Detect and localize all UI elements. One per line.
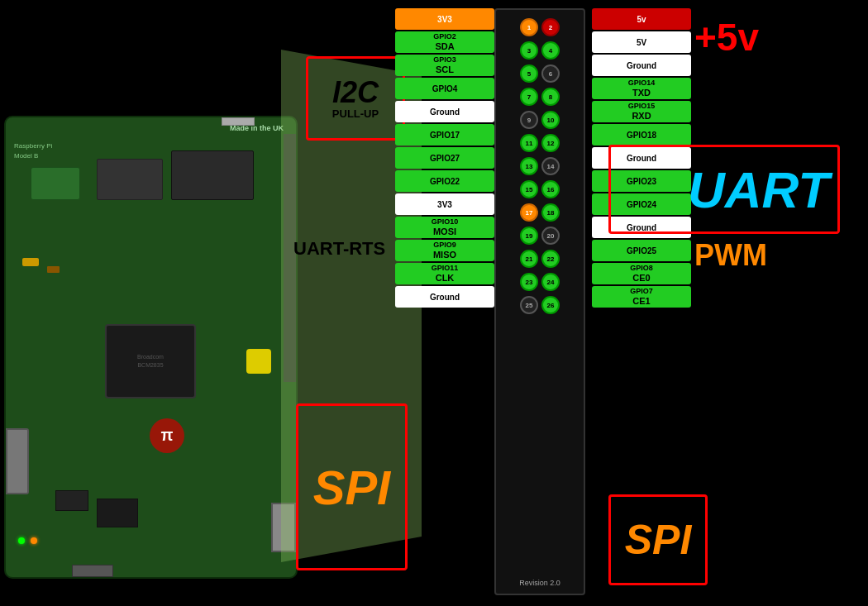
- pin-14: 14: [541, 157, 560, 175]
- pin-row-13: 25 26: [520, 294, 560, 316]
- pin-gpio17: GPIO17: [395, 124, 494, 146]
- pin-row-9: 17 18: [520, 202, 560, 223]
- pin-12: 12: [541, 134, 560, 152]
- pin-ground-2: Ground: [395, 286, 494, 308]
- pin-16: 16: [541, 180, 560, 198]
- spi-title-left: SPI: [313, 460, 391, 515]
- pin-row-4: 7 8: [520, 86, 560, 107]
- pin-5: 5: [520, 64, 538, 83]
- pin-gpio4: GPIO4: [395, 78, 494, 99]
- pin-row-3: 5 6: [520, 63, 560, 84]
- pin-row-8: 15 16: [520, 179, 560, 200]
- pin-gpio18: GPIO18: [592, 124, 691, 146]
- pin-7: 7: [520, 88, 538, 106]
- pin-17: 17: [520, 203, 538, 222]
- pin-4: 4: [541, 41, 560, 60]
- pin-row-5: 9 10: [520, 109, 560, 131]
- i2c-subtitle: PULL-UP: [332, 107, 379, 120]
- pin-18: 18: [541, 203, 560, 222]
- pin-row-6: 11 12: [520, 132, 560, 154]
- pin-6: 6: [541, 64, 560, 83]
- pin-gpio8: GPIO8 CE0: [592, 263, 691, 284]
- uart-box: UART: [608, 145, 840, 234]
- pin-gpio22: GPIO22: [395, 170, 494, 192]
- left-gpio-labels: 3V3 GPIO2 SDA GPIO3 SCL GPIO4 Ground GPI…: [395, 8, 494, 308]
- pin-25: 25: [520, 296, 538, 314]
- pin-10: 10: [541, 111, 560, 129]
- raspberry-pi-board: Made in the UK π BroadcomBCM2835 Raspber…: [4, 116, 298, 579]
- pin-15: 15: [520, 180, 538, 198]
- pin-8: 8: [541, 88, 560, 106]
- pin-gpio14: GPIO14 TXD: [592, 78, 691, 99]
- pin-9: 9: [520, 111, 538, 129]
- gnd-label: GND: [694, 103, 779, 148]
- revision-text: Revision 2.0: [519, 579, 560, 587]
- svg-text:π: π: [160, 426, 173, 444]
- pin-5v-2: 5V: [592, 31, 691, 53]
- pin-row-11: 21 22: [520, 248, 560, 270]
- pin-row-10: 19 20: [520, 225, 560, 246]
- pin-24: 24: [541, 273, 560, 291]
- pin-3v3-2: 3V3: [395, 193, 494, 215]
- pwm-label: PWM: [694, 238, 767, 273]
- pin-23: 23: [520, 273, 538, 291]
- pin-row-2: 3 4: [520, 40, 560, 61]
- pin-1: 1: [520, 18, 538, 36]
- spi-box-right: SPI: [608, 494, 708, 585]
- gpio-pin-strip: 1 2 3 4 5 6 7 8 9 10 11 12 13 14 15 16 1…: [494, 8, 585, 595]
- pin-gpio15: GPIO15 RXD: [592, 101, 691, 122]
- pin-3: 3: [520, 41, 538, 60]
- pin-gpio2: GPIO2 SDA: [395, 31, 494, 53]
- spi-title-right: SPI: [625, 516, 692, 564]
- uart-rts-label: UART-RTS: [293, 238, 385, 260]
- pin-gpio11: GPIO11 CLK: [395, 263, 494, 284]
- pin-ground-right-1: Ground: [592, 55, 691, 76]
- spi-box-left: SPI: [296, 403, 408, 570]
- pin-row-7: 13 14: [520, 155, 560, 177]
- pin-row-1: 1 2: [520, 17, 560, 38]
- raspberry-pi-logo: π: [138, 407, 196, 465]
- pin-19: 19: [520, 227, 538, 245]
- pin-22: 22: [541, 250, 560, 268]
- pin-gpio7: GPIO7 CE1: [592, 286, 691, 308]
- pin-gpio3: GPIO3 SCL: [395, 55, 494, 76]
- i2c-box: I2C PULL-UP: [306, 56, 405, 141]
- pin-ground-1: Ground: [395, 101, 494, 122]
- pin-21: 21: [520, 250, 538, 268]
- pin-11: 11: [520, 134, 538, 152]
- pin-3v3-left: 3V3: [395, 8, 494, 30]
- pin-20: 20: [541, 227, 560, 245]
- pin-26: 26: [541, 296, 560, 314]
- i2c-title: I2C: [332, 78, 379, 107]
- pin-gpio9: GPIO9 MISO: [395, 240, 494, 261]
- pin-gpio25: GPIO25: [592, 240, 691, 261]
- pin-gpio27: GPIO27: [395, 147, 494, 169]
- plus5v-label: +5v: [694, 15, 759, 60]
- pin-2: 2: [541, 18, 560, 36]
- pcb-text: Raspberry Pi: [14, 142, 52, 150]
- uart-title: UART: [688, 160, 829, 219]
- pin-5v-1: 5v: [592, 8, 691, 30]
- pin-row-12: 23 24: [520, 271, 560, 293]
- pin-13: 13: [520, 157, 538, 175]
- pin-gpio10: GPIO10 MOSI: [395, 217, 494, 238]
